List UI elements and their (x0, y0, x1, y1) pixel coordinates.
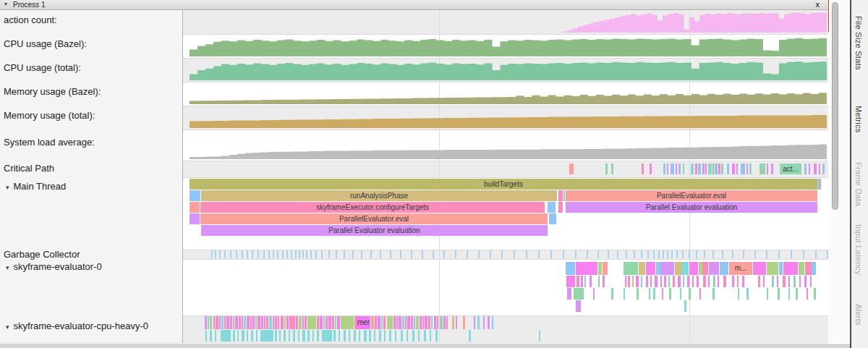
trace-event[interactable] (753, 262, 766, 275)
gc-event-tick[interactable] (732, 250, 733, 258)
gc-event-tick[interactable] (282, 250, 284, 258)
trace-event[interactable] (219, 316, 221, 329)
trace-event[interactable] (678, 276, 681, 287)
trace-event[interactable] (418, 330, 420, 341)
trace-event[interactable] (255, 316, 257, 329)
trace-event[interactable] (675, 262, 681, 275)
trace-event[interactable] (702, 164, 705, 174)
trace-event[interactable] (662, 288, 663, 300)
trace-event[interactable] (333, 330, 336, 341)
counter-chart-mem-bazel[interactable] (190, 84, 827, 104)
gc-event-tick[interactable] (286, 250, 288, 258)
trace-event[interactable] (683, 164, 684, 174)
trace-event[interactable] (305, 316, 307, 329)
side-tab-alerts[interactable]: Alerts (854, 304, 863, 326)
trace-event[interactable] (242, 330, 244, 341)
trace-event[interactable] (261, 316, 263, 329)
gc-event-tick[interactable] (791, 250, 792, 258)
gc-event-tick[interactable] (647, 250, 649, 258)
gc-event-tick[interactable] (268, 250, 270, 258)
trace-event[interactable] (430, 330, 431, 341)
trace-event-labeled[interactable]: mer (357, 316, 370, 329)
side-tab-metrics[interactable]: Metrics (854, 106, 863, 133)
trace-event[interactable] (221, 316, 224, 329)
trace-event[interactable] (661, 262, 674, 275)
trace-event[interactable] (718, 164, 720, 174)
trace-event[interactable] (281, 316, 284, 329)
gc-event-tick[interactable] (778, 250, 780, 258)
gc-event-tick[interactable] (380, 250, 381, 258)
counter-chart-cpu-total[interactable] (190, 60, 827, 80)
trace-event[interactable] (639, 262, 645, 275)
gc-event-tick[interactable] (563, 250, 564, 258)
collapse-triangle-icon[interactable]: ▾ (4, 1, 7, 7)
trace-event[interactable] (783, 276, 786, 287)
gc-event-tick[interactable] (328, 250, 330, 258)
trace-event[interactable] (205, 316, 207, 329)
trace-event[interactable] (713, 276, 715, 287)
gc-event-tick[interactable] (370, 250, 372, 258)
trace-event[interactable] (344, 330, 346, 341)
trace-event[interactable] (736, 164, 738, 174)
trace-event[interactable] (374, 330, 375, 341)
trace-event[interactable] (809, 164, 810, 174)
gc-event-tick[interactable] (704, 250, 705, 258)
trace-event[interactable] (708, 276, 710, 287)
trace-event[interactable] (215, 330, 216, 341)
trace-event[interactable] (230, 316, 232, 329)
trace-event[interactable] (354, 330, 356, 341)
gc-event-tick[interactable] (667, 250, 668, 258)
trace-event[interactable] (488, 316, 490, 329)
trace-event[interactable] (289, 316, 295, 329)
trace-event[interactable] (384, 330, 386, 341)
trace-event[interactable] (558, 202, 563, 213)
trace-event[interactable] (720, 262, 728, 275)
trace-event[interactable] (663, 164, 665, 174)
trace-event[interactable] (698, 164, 701, 174)
trace-event[interactable] (425, 316, 427, 329)
gc-event-tick[interactable] (626, 250, 627, 258)
trace-event[interactable] (642, 164, 644, 174)
trace-event[interactable] (247, 330, 248, 341)
gc-event-tick[interactable] (352, 250, 354, 258)
trace-event[interactable] (258, 316, 260, 329)
trace-event[interactable] (692, 276, 694, 287)
trace-event-labeled[interactable]: act... (780, 164, 801, 174)
trace-event[interactable] (772, 276, 774, 287)
trace-event[interactable] (819, 164, 820, 174)
trace-event[interactable] (598, 276, 600, 287)
trace-event[interactable] (364, 330, 367, 341)
trace-event[interactable] (210, 330, 212, 341)
trace-event[interactable] (381, 316, 383, 329)
trace-event[interactable] (402, 316, 404, 329)
gc-event-tick[interactable] (676, 250, 678, 258)
gc-event-tick[interactable] (258, 250, 259, 258)
trace-event-labeled[interactable]: ParallelEvaluator.eval (566, 190, 817, 201)
trace-event[interactable] (749, 164, 752, 174)
trace-event[interactable] (273, 316, 274, 329)
trace-event[interactable] (788, 288, 790, 300)
trace-event[interactable] (590, 276, 592, 287)
trace-event[interactable] (805, 262, 812, 275)
trace-event[interactable] (767, 262, 778, 275)
trace-event[interactable] (593, 288, 595, 300)
trace-event[interactable] (656, 262, 661, 275)
trace-event[interactable] (371, 316, 374, 329)
track-label-mem-bazel[interactable]: Memory usage (Bazel): (4, 86, 101, 97)
trace-event[interactable] (632, 276, 634, 287)
trace-event[interactable] (317, 316, 319, 329)
trace-event[interactable] (576, 262, 597, 275)
trace-event[interactable] (190, 213, 200, 224)
counter-chart-action-count[interactable] (562, 12, 827, 33)
counter-chart-cpu-bazel[interactable] (190, 36, 827, 56)
gc-event-tick[interactable] (252, 250, 253, 258)
trace-event[interactable] (247, 316, 250, 329)
trace-event[interactable] (242, 316, 243, 329)
gc-event-tick[interactable] (827, 250, 828, 258)
gc-event-tick[interactable] (344, 250, 345, 258)
trace-event[interactable] (428, 316, 430, 329)
trace-event[interactable] (307, 330, 310, 341)
gc-event-tick[interactable] (263, 250, 265, 258)
trace-event[interactable] (359, 330, 360, 341)
trace-event[interactable] (742, 276, 744, 287)
